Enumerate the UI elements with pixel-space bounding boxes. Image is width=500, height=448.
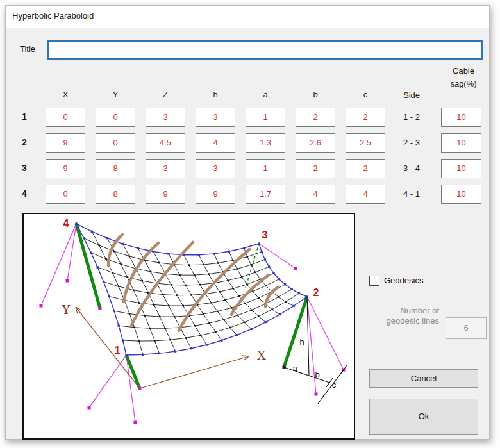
col-header-a: a bbox=[246, 90, 285, 99]
cell-sag-3[interactable]: 10 bbox=[441, 159, 481, 178]
hypar-diagram: XYhabc4321 bbox=[24, 214, 354, 438]
window-title: Hyperbolic Paraboloid bbox=[12, 11, 94, 21]
cell-a-3[interactable]: 1 bbox=[246, 159, 285, 178]
cable-sag-header-line2: sag(%) bbox=[436, 78, 491, 90]
svg-text:3: 3 bbox=[262, 229, 268, 240]
col-header-h: h bbox=[196, 90, 235, 99]
cell-h-3[interactable]: 3 bbox=[196, 159, 235, 178]
cable-sag-header: Cable sag(%) bbox=[436, 65, 491, 90]
cell-b-3[interactable]: 2 bbox=[296, 159, 335, 178]
geodesic-lines-input[interactable]: 6 bbox=[446, 317, 487, 339]
row-number-3: 3 bbox=[13, 163, 35, 173]
cell-X-4[interactable]: 0 bbox=[46, 185, 85, 204]
geodesic-lines-label-line1: Number of bbox=[365, 306, 439, 316]
col-header-Y: Y bbox=[96, 90, 135, 99]
cell-c-3[interactable]: 2 bbox=[346, 159, 385, 178]
cell-b-1[interactable]: 2 bbox=[296, 108, 335, 127]
cell-sag-4[interactable]: 10 bbox=[441, 185, 481, 204]
cell-Z-1[interactable]: 3 bbox=[146, 108, 185, 127]
dialog-window: Hyperbolic Paraboloid Title XYZhabcSide1… bbox=[5, 5, 490, 440]
cell-Y-4[interactable]: 8 bbox=[96, 185, 135, 204]
cell-Y-1[interactable]: 0 bbox=[96, 108, 135, 127]
svg-text:2: 2 bbox=[313, 287, 319, 298]
cell-h-4[interactable]: 9 bbox=[196, 185, 235, 204]
cell-Z-4[interactable]: 9 bbox=[146, 185, 185, 204]
cell-sag-1[interactable]: 10 bbox=[441, 108, 481, 127]
cell-a-2[interactable]: 1.3 bbox=[246, 133, 285, 153]
geodesic-lines-label: Number of geodesic lines bbox=[365, 306, 439, 326]
cell-X-3[interactable]: 9 bbox=[46, 159, 85, 178]
row-number-4: 4 bbox=[13, 188, 35, 199]
row-number-2: 2 bbox=[13, 137, 35, 147]
side-label-1: 1 - 2 bbox=[388, 112, 435, 122]
cell-a-4[interactable]: 1.7 bbox=[246, 185, 285, 204]
title-bar: Hyperbolic Paraboloid bbox=[6, 6, 489, 28]
text-caret bbox=[56, 44, 56, 56]
col-header-X: X bbox=[46, 90, 85, 99]
geodesic-lines-label-line2: geodesic lines bbox=[365, 316, 439, 326]
cell-sag-2[interactable]: 10 bbox=[441, 133, 481, 153]
col-header-b: b bbox=[296, 90, 335, 99]
cell-Z-3[interactable]: 3 bbox=[146, 159, 185, 178]
cell-Z-2[interactable]: 4.5 bbox=[146, 133, 185, 153]
svg-text:1: 1 bbox=[115, 345, 121, 356]
cell-c-2[interactable]: 2.5 bbox=[346, 133, 385, 153]
svg-text:h: h bbox=[299, 337, 304, 347]
side-label-4: 4 - 1 bbox=[388, 189, 435, 199]
row-number-1: 1 bbox=[13, 112, 35, 122]
cell-h-1[interactable]: 3 bbox=[196, 108, 235, 127]
geodesics-checkbox[interactable] bbox=[369, 276, 379, 286]
side-header: Side bbox=[388, 90, 435, 100]
title-field-label: Title bbox=[20, 44, 35, 54]
title-input[interactable] bbox=[47, 40, 483, 60]
svg-text:b: b bbox=[315, 370, 319, 379]
cell-Y-3[interactable]: 8 bbox=[96, 159, 135, 178]
col-header-c: c bbox=[346, 90, 385, 99]
cell-X-2[interactable]: 9 bbox=[46, 133, 85, 153]
svg-text:c: c bbox=[332, 380, 337, 390]
cancel-button[interactable]: Cancel bbox=[369, 369, 478, 388]
cell-c-1[interactable]: 2 bbox=[346, 108, 385, 127]
cell-c-4[interactable]: 4 bbox=[346, 185, 385, 204]
diagram-frame: XYhabc4321 bbox=[22, 213, 355, 440]
cell-h-2[interactable]: 4 bbox=[196, 133, 235, 153]
side-label-3: 3 - 4 bbox=[388, 163, 435, 173]
col-header-Z: Z bbox=[146, 90, 185, 99]
cable-sag-header-line1: Cable bbox=[436, 65, 491, 78]
cell-Y-2[interactable]: 0 bbox=[96, 133, 135, 153]
cell-a-1[interactable]: 1 bbox=[246, 108, 285, 127]
svg-text:Y: Y bbox=[62, 303, 71, 317]
svg-text:4: 4 bbox=[63, 218, 69, 229]
cell-X-1[interactable]: 0 bbox=[46, 108, 85, 127]
ok-button[interactable]: Ok bbox=[369, 399, 478, 435]
svg-text:a: a bbox=[292, 363, 297, 373]
cell-b-4[interactable]: 4 bbox=[296, 185, 335, 204]
side-label-2: 2 - 3 bbox=[388, 138, 435, 147]
geodesics-checkbox-label: Geodesics bbox=[384, 276, 423, 285]
svg-text:X: X bbox=[257, 348, 266, 362]
cell-b-2[interactable]: 2.6 bbox=[296, 133, 335, 153]
